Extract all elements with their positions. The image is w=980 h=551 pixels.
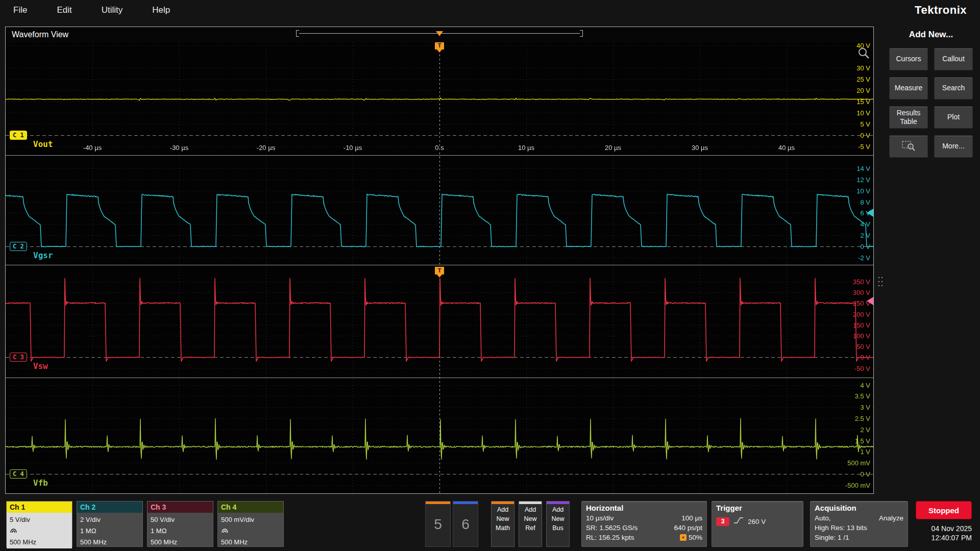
acquisition-title: Acquisition — [815, 504, 903, 512]
tile-row: 500 mV/div — [221, 516, 280, 523]
channel-3-settings-tile[interactable]: Ch 350 V/div1 MΩ500 MHz — [147, 501, 213, 547]
scale-label: 30 V — [856, 64, 870, 72]
scale-label: 0 V — [860, 131, 870, 139]
rising-edge-icon — [733, 516, 744, 527]
waveform-view: Waveform View C 1Vout40 V30 V25 V20 V15 … — [5, 27, 874, 494]
trigger-settings-row: 3 260 V — [716, 516, 799, 527]
time-label: -40 µs — [83, 143, 102, 151]
channel-2-settings-tile[interactable]: Ch 22 V/div1 MΩ500 MHz — [77, 501, 143, 547]
add-new-grid: CursorsCalloutMeasureSearchResults Table… — [886, 48, 976, 158]
zoom-area-button[interactable] — [889, 135, 928, 158]
status-column: Stopped 04 Nov 2025 12:40:07 PM — [915, 501, 972, 542]
time-display: 12:40:07 PM — [915, 534, 972, 542]
scale-label: 100 V — [853, 332, 870, 340]
scale-label: -5 V — [858, 142, 870, 150]
channel-badge-3[interactable]: C 3 — [10, 353, 27, 362]
scale-label: 2 V — [860, 425, 870, 433]
tile-row: 500 MHz — [151, 538, 210, 546]
tile-row: 500 MHz — [10, 538, 69, 546]
waveform-view-header: Waveform View — [6, 27, 873, 42]
channel-4-name: Vfb — [33, 478, 48, 488]
scale-label: 3 V — [860, 404, 870, 411]
trigger-panel[interactable]: Trigger 3 260 V — [712, 501, 803, 547]
channel-1-settings-tile[interactable]: Ch 15 V/div500 MHz — [6, 501, 72, 547]
scale-label: 0 V — [860, 470, 870, 478]
zoom-icon[interactable] — [857, 46, 870, 62]
main-area: Waveform View C 1Vout40 V30 V25 V20 V15 … — [0, 20, 980, 498]
scale-label: 2 V — [860, 232, 870, 239]
trigger-title: Trigger — [716, 504, 799, 512]
acquisition-rows: Auto,AnalyzeHigh Res: 13 bitsSingle: 1 /… — [815, 513, 903, 542]
channel-1-tile-label: Ch 1 — [7, 502, 72, 513]
tile-row: 1 MΩ — [80, 527, 139, 535]
scale-label: 2.5 V — [855, 414, 870, 422]
scale-label: 0 V — [860, 354, 870, 361]
run-stop-button[interactable]: Stopped — [916, 501, 972, 519]
menu-item-help[interactable]: Help — [152, 5, 170, 15]
scale-label: 4 V — [860, 381, 870, 389]
channel-5-add-tile[interactable]: 5 — [425, 501, 451, 547]
time-label: -10 µs — [344, 143, 362, 151]
menu-item-utility[interactable]: Utility — [102, 5, 123, 15]
acquisition-row: Single: 1 /1 — [815, 533, 903, 542]
channel-5-label: 5 — [426, 504, 450, 545]
add-new-panel: Add New... CursorsCalloutMeasureSearchRe… — [886, 28, 976, 158]
tile-row: 500 MHz — [80, 538, 139, 546]
channel-tiles: Ch 15 V/div500 MHzCh 22 V/div1 MΩ500 MHz… — [6, 501, 284, 547]
acquisition-row: High Res: 13 bits — [815, 523, 903, 533]
waveform-view-title: Waveform View — [12, 30, 68, 39]
time-label: 20 µs — [605, 143, 621, 151]
scale-label: 500 mV — [847, 459, 870, 467]
horizontal-row: 10 µs/div100 µs — [586, 513, 702, 523]
trigger-level-marker[interactable] — [867, 297, 873, 305]
sidebar-measure-button[interactable]: Measure — [889, 77, 928, 99]
add-new-math-button[interactable]: AddNewMath — [491, 501, 514, 547]
expansion-point-icon: ▼ — [680, 534, 687, 541]
time-label: 10 µs — [518, 143, 534, 151]
menu-item-file[interactable]: File — [13, 5, 27, 15]
add-new-ref-button[interactable]: AddNewRef — [519, 501, 542, 547]
horizontal-panel[interactable]: Horizontal 10 µs/div100 µsSR: 1.5625 GS/… — [581, 501, 707, 547]
scale-label: 14 V — [856, 164, 870, 172]
channel-3-name: Vsw — [33, 361, 48, 371]
date-display: 04 Nov 2025 — [915, 524, 972, 533]
add-new-tiles: AddNewMathAddNewRefAddNewBus — [491, 501, 570, 547]
menu-item-edit[interactable]: Edit — [57, 5, 71, 15]
channel-6-add-tile[interactable]: 6 — [453, 501, 478, 547]
acquisition-row: Auto,Analyze — [815, 513, 903, 523]
channel-badge-1[interactable]: C 1 — [10, 131, 27, 140]
time-label: 0 s — [435, 143, 444, 151]
scale-label: 12 V — [856, 176, 870, 183]
menu-bar: FileEditUtilityHelp Tektronix — [0, 0, 980, 20]
scale-label: 1 V — [860, 448, 870, 456]
zoom-scroll-bar[interactable] — [296, 30, 583, 37]
settings-bar: Ch 15 V/div500 MHzCh 22 V/div1 MΩ500 MHz… — [0, 498, 980, 551]
trigger-source-flag[interactable]: T — [435, 267, 444, 274]
scale-label: 20 V — [856, 86, 870, 94]
channel-badge-2[interactable]: C 2 — [10, 242, 27, 251]
time-label: 40 µs — [778, 143, 795, 151]
sidebar-more-button[interactable]: More... — [934, 135, 973, 158]
channel-badge-4[interactable]: C 4 — [10, 469, 27, 479]
scale-label: 4 V — [860, 220, 870, 228]
horizontal-rows: 10 µs/div100 µsSR: 1.5625 GS/s640 ps/ptR… — [586, 513, 702, 542]
tile-row: 500 MHz — [221, 538, 280, 546]
sidebar-callout-button[interactable]: Callout — [934, 48, 973, 70]
acquisition-panel[interactable]: Acquisition Auto,AnalyzeHigh Res: 13 bit… — [810, 501, 908, 547]
sidebar-plot-button[interactable]: Plot — [934, 106, 973, 129]
channel-6-label: 6 — [453, 504, 478, 545]
sidebar-search-button[interactable]: Search — [934, 77, 973, 99]
ch2-position-marker[interactable] — [867, 209, 873, 217]
sidebar-cursors-button[interactable]: Cursors — [889, 48, 928, 70]
trigger-position-triangle[interactable] — [436, 31, 443, 36]
scale-label: 8 V — [860, 198, 870, 206]
trigger-position-flag[interactable]: T — [435, 42, 444, 49]
tektronix-logo: Tektronix — [915, 4, 967, 17]
panel-splitter-handle[interactable] — [877, 276, 884, 288]
sidebar-results-table-button[interactable]: Results Table — [889, 106, 928, 129]
channel-4-settings-tile[interactable]: Ch 4500 mV/div500 MHz — [217, 501, 284, 547]
scale-label: 150 V — [853, 321, 870, 329]
add-new-bus-button[interactable]: AddNewBus — [546, 501, 570, 547]
trigger-source-badge: 3 — [716, 517, 729, 526]
scale-label: -50 V — [854, 364, 870, 372]
